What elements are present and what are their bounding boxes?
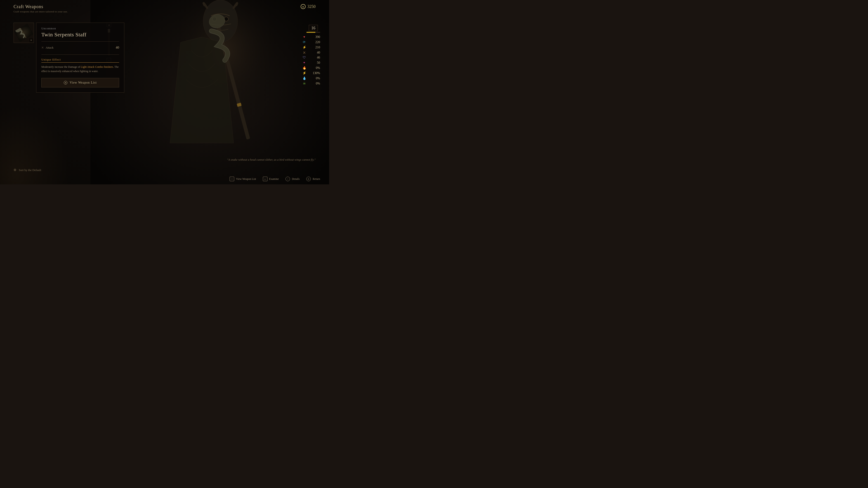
attack-label-text: Attack [46,46,54,50]
stats-panel: 16 ♥ 390 ⟳ 220 ⚡ 210 ⚔ 40 🛡 46 ✦ 50 🔥 0%… [302,25,320,86]
weapon-thumbnail: ✦ [13,23,34,43]
header: Craft Weapons Craft weapons that are mor… [13,4,315,13]
currency-value: 3250 [307,4,315,9]
water-res-icon: 💧 [302,76,307,80]
attack-speed-stat: ⚡ 210 [302,45,320,50]
weapon-symbol: ✦ [29,38,33,42]
defense-stat: 🛡 46 [302,55,320,60]
nav-btn-triangle: △ [263,177,268,181]
view-weapon-label: View Weapon List [70,81,97,85]
fire-res-stat: 🔥 0% [302,65,320,70]
weapon-stats: ⚔ Attack 40 [41,41,119,51]
lightning-res-stat: ⚡ 130% [302,70,320,76]
fire-res-icon: 🔥 [302,66,307,70]
stamina-icon: ⟳ [302,40,307,44]
attack-speed-icon: ⚡ [302,45,307,49]
weapon-panel: Uncommon Twin Serpents Staff ⚔ Attack 40… [36,23,124,93]
defense-icon: 🛡 [302,56,307,59]
effect-highlight: Light Attack Combo finishers [81,65,113,68]
nav-btn-square: □ [230,177,234,181]
nav-examine[interactable]: △ Examine [263,177,279,181]
view-weapon-x-icon: ✕ [64,81,67,85]
poison-res-value: 0% [309,82,320,86]
attack-stat-row: ⚔ Attack 40 [41,44,119,51]
stamina-value: 220 [309,40,320,44]
nav-details[interactable]: ○ Details [285,177,300,181]
nav-label-return: Return [313,177,320,181]
sort-icon: ⚙ [13,168,17,172]
level-number: 16 [309,25,318,31]
hp-stat: ♥ 390 [302,35,320,39]
currency-icon: ◈ [301,4,306,9]
view-weapon-list-button[interactable]: ✕ View Weapon List [41,78,119,88]
unique-effect-text: Moderately increase the Damage of Light … [41,65,119,73]
defense-value: 46 [309,56,320,59]
unique-effect-title: Unique Effect [41,58,119,63]
weapon-rarity: Uncommon [41,27,119,30]
attack-value: 40 [116,46,119,50]
character-area [90,0,329,184]
water-res-stat: 💧 0% [302,76,320,81]
hp-value: 390 [309,35,320,39]
effect-text-1: Moderately increase the Damage of [41,65,81,68]
physical-atk-value: 40 [309,51,320,55]
poison-res-stat: ☠ 0% [302,81,320,86]
lightning-res-value: 130% [309,71,320,75]
currency-display: ◈ 3250 [301,4,315,9]
hp-icon: ♥ [302,35,307,39]
poison-res-icon: ☠ [302,82,307,86]
spirit-icon: ✦ [302,61,307,65]
physical-atk-icon: ⚔ [302,51,307,55]
level-bar [307,32,320,33]
spirit-value: 50 [309,61,320,65]
physical-atk-stat: ⚔ 40 [302,50,320,55]
nav-return[interactable]: ◎ Return [306,177,320,181]
nav-label-view-weapon: View Weapon List [236,177,256,181]
attack-stat-label: ⚔ Attack [41,46,54,50]
attack-speed-value: 210 [309,46,320,49]
character-silhouette [90,0,329,184]
spirit-stat: ✦ 50 [302,60,320,65]
level-display: 16 [307,25,320,33]
page-subtitle: Craft weapons that are more tailored to … [13,10,68,13]
weapon-name: Twin Serpents Staff [41,32,119,38]
nav-btn-return: ◎ [306,177,311,181]
nav-btn-circle: ○ [285,177,290,181]
nav-label-examine: Examine [269,177,279,181]
bottom-nav: □ View Weapon List △ Examine ○ Details ◎… [230,177,320,181]
sort-label: Sort by the Default [19,168,41,172]
page-title: Craft Weapons [13,4,68,9]
water-res-value: 0% [309,76,320,80]
unique-effect-section: Unique Effect Moderately increase the Da… [41,55,119,73]
nav-label-details: Details [292,177,300,181]
fire-res-value: 0% [309,66,320,70]
title-block: Craft Weapons Craft weapons that are mor… [13,4,68,13]
level-bar-fill [307,32,315,33]
quote-text: "A snake without a head cannot slither, … [227,158,315,162]
stamina-stat: ⟳ 220 [302,39,320,45]
nav-view-weapon-list[interactable]: □ View Weapon List [230,177,256,181]
lightning-res-icon: ⚡ [302,71,307,75]
attack-icon: ⚔ [41,46,44,49]
sort-button[interactable]: ⚙ Sort by the Default [13,168,41,172]
